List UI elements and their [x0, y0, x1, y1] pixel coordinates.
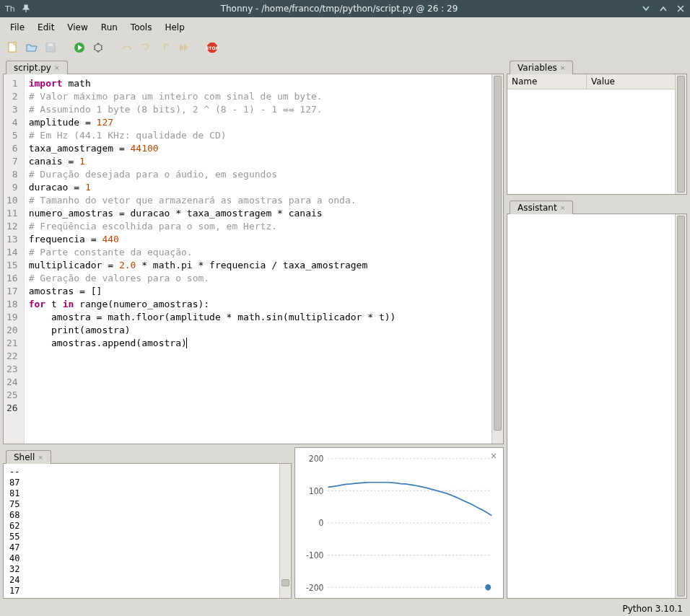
svg-rect-1 [9, 43, 16, 52]
shell-output[interactable]: -- 87 81 75 68 62 55 47 40 32 24 17 9 [4, 464, 279, 598]
menubar: File Edit View Run Tools Help [0, 17, 690, 38]
maximize-icon[interactable] [658, 4, 668, 14]
variables-scrollbar[interactable] [675, 74, 686, 194]
step-out-icon[interactable] [157, 40, 172, 55]
menu-help[interactable]: Help [159, 20, 190, 35]
menu-file[interactable]: File [4, 20, 30, 35]
variables-header: Name Value [507, 74, 686, 89]
svg-text:STOP: STOP [206, 45, 219, 50]
titlebar: Th Thonny - /home/franco/tmp/python/scri… [0, 0, 690, 17]
save-file-icon[interactable] [43, 40, 58, 55]
step-into-icon[interactable] [139, 40, 153, 55]
editor-scrollbar[interactable] [492, 74, 503, 444]
close-icon[interactable] [676, 4, 686, 14]
close-variables-icon[interactable]: × [560, 64, 566, 71]
close-plotter-icon[interactable]: × [490, 451, 497, 461]
stop-icon[interactable]: STOP [205, 40, 219, 55]
variables-panel: Variables × Name Value [507, 58, 687, 195]
debug-icon[interactable] [91, 40, 105, 55]
assistant-tab-label: Assistant [518, 203, 557, 213]
assistant-scrollbar[interactable] [675, 214, 686, 598]
close-shell-icon[interactable]: × [38, 454, 43, 461]
plotter-chart[interactable]: 2001000-100-200 × [295, 448, 503, 598]
open-file-icon[interactable] [25, 40, 39, 55]
close-tab-icon[interactable]: × [54, 64, 60, 71]
menu-view[interactable]: View [61, 20, 93, 35]
svg-point-18 [485, 584, 491, 591]
shell-tab[interactable]: Shell × [6, 450, 51, 464]
editor-panel: script.py × 1234567891011121314151617181… [3, 58, 504, 444]
svg-point-5 [95, 44, 102, 51]
menu-run[interactable]: Run [95, 20, 123, 35]
pin-icon[interactable] [20, 3, 32, 14]
python-version[interactable]: Python 3.10.1 [622, 604, 683, 614]
assistant-panel: Assistant × [507, 198, 687, 599]
editor-tab[interactable]: script.py × [6, 61, 68, 74]
svg-text:200: 200 [309, 454, 324, 465]
new-file-icon[interactable] [6, 40, 20, 55]
menu-tools[interactable]: Tools [125, 20, 158, 35]
svg-text:Th: Th [5, 4, 15, 14]
menu-edit[interactable]: Edit [32, 20, 60, 35]
svg-text:-100: -100 [306, 550, 324, 560]
svg-text:0: 0 [319, 518, 324, 529]
assistant-tab[interactable]: Assistant × [510, 201, 573, 214]
variables-body [507, 89, 686, 194]
shell-scrollbar[interactable] [279, 464, 291, 598]
svg-text:100: 100 [309, 485, 324, 496]
variables-tab-label: Variables [518, 63, 557, 73]
variables-col-value[interactable]: Value [587, 74, 686, 89]
line-gutter: 1234567891011121314151617181920212223242… [4, 74, 25, 444]
assistant-body [507, 214, 686, 598]
svg-text:-200: -200 [306, 582, 324, 593]
step-over-icon[interactable] [120, 40, 134, 55]
run-icon[interactable] [72, 40, 87, 55]
shell-panel: Shell × -- 87 81 75 68 62 55 47 40 32 24… [3, 447, 292, 599]
window-title: Thonny - /home/franco/tmp/python/script.… [38, 4, 641, 14]
statusbar: Python 3.10.1 [0, 602, 690, 616]
shell-tab-label: Shell [14, 452, 35, 462]
svg-rect-3 [48, 43, 53, 46]
app-icon: Th [4, 3, 16, 14]
variables-tab[interactable]: Variables × [510, 61, 573, 74]
plotter-panel: 2001000-100-200 × [294, 447, 504, 599]
variables-col-name[interactable]: Name [507, 74, 587, 89]
resume-icon[interactable] [176, 40, 191, 55]
minimize-icon[interactable] [641, 4, 651, 14]
toolbar: STOP [0, 38, 690, 58]
close-assistant-icon[interactable]: × [560, 204, 566, 211]
code-editor[interactable]: import math# Valor máximo para um inteir… [25, 74, 492, 444]
editor-tab-label: script.py [14, 63, 51, 73]
